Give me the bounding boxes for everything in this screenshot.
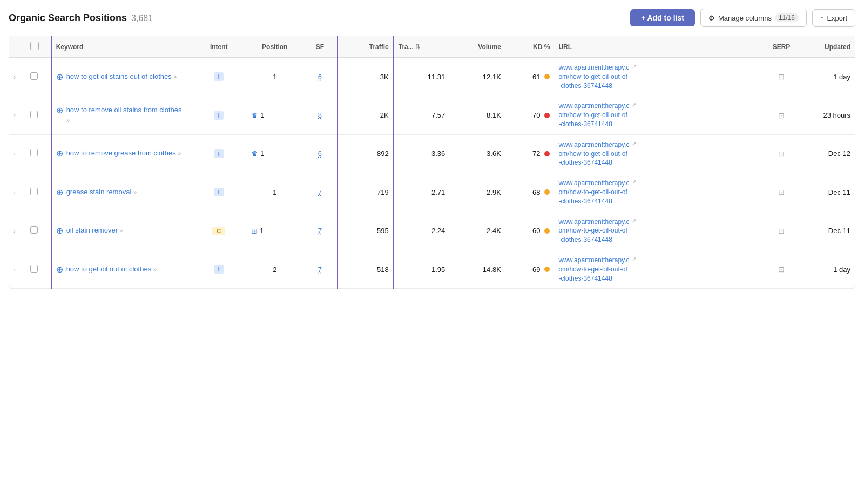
th-volume[interactable]: Volume — [449, 36, 505, 58]
sf-cell[interactable]: 6 — [303, 58, 338, 96]
th-serp[interactable]: SERP — [764, 36, 799, 58]
th-checkbox[interactable] — [26, 36, 51, 58]
checkbox-cell[interactable] — [26, 212, 51, 250]
checkbox-cell[interactable] — [26, 173, 51, 212]
url-cell[interactable]: www.apartmenttherapy.com/how-to-get-oil-… — [554, 212, 764, 250]
url-cell[interactable]: www.apartmenttherapy.com/how-to-get-oil-… — [554, 58, 764, 96]
external-link-icon[interactable]: ↗ — [632, 256, 637, 263]
expand-icon[interactable]: › — [14, 150, 16, 158]
th-traffic[interactable]: Traffic — [338, 36, 394, 58]
keyword-cell[interactable]: ⊕ how to get oil out of clothes » — [51, 250, 191, 288]
serp-cell[interactable]: ⊡ — [764, 134, 799, 173]
expand-btn-cell[interactable]: › — [9, 212, 26, 250]
expand-icon[interactable]: › — [14, 227, 16, 235]
serp-cell[interactable]: ⊡ — [764, 58, 799, 96]
add-to-list-button[interactable]: + Add to list — [630, 9, 695, 26]
url-cell[interactable]: www.apartmenttherapy.com/how-to-get-oil-… — [554, 173, 764, 212]
export-button[interactable]: ↑ Export — [812, 9, 855, 27]
url-link[interactable]: www.apartmenttherapy.com/how-to-get-oil-… — [558, 217, 629, 244]
th-updated[interactable]: Updated — [799, 36, 855, 58]
expand-btn-cell[interactable]: › — [9, 173, 26, 212]
row-checkbox[interactable] — [30, 188, 38, 195]
url-link[interactable]: www.apartmenttherapy.com/how-to-get-oil-… — [558, 140, 629, 167]
th-kd[interactable]: KD % — [505, 36, 555, 58]
url-link[interactable]: www.apartmenttherapy.com/how-to-get-oil-… — [558, 256, 629, 283]
expand-btn-cell[interactable]: › — [9, 250, 26, 288]
expand-icon[interactable]: › — [14, 73, 16, 81]
plus-icon[interactable]: ⊕ — [56, 105, 63, 115]
serp-icon[interactable]: ⊡ — [778, 227, 785, 235]
checkbox-cell[interactable] — [26, 58, 51, 96]
sf-value[interactable]: 6 — [318, 149, 322, 158]
expand-btn-cell[interactable]: › — [9, 134, 26, 173]
keyword-link[interactable]: ⊕ oil stain remover » — [56, 226, 187, 236]
keyword-link[interactable]: ⊕ how to get oil out of clothes » — [56, 264, 187, 275]
row-checkbox[interactable] — [30, 226, 38, 234]
sf-cell[interactable]: 7 — [303, 173, 338, 212]
expand-icon[interactable]: › — [14, 266, 16, 274]
serp-cell[interactable]: ⊡ — [764, 212, 799, 250]
external-link-icon[interactable]: ↗ — [632, 179, 637, 186]
row-checkbox[interactable] — [30, 72, 38, 80]
th-tra[interactable]: Tra... ⇅ — [394, 36, 450, 58]
keyword-link[interactable]: ⊕ how to remove oil stains from clothes … — [56, 105, 187, 125]
keyword-cell[interactable]: ⊕ how to get oil stains out of clothes » — [51, 58, 191, 96]
sf-value[interactable]: 7 — [318, 188, 322, 196]
serp-icon[interactable]: ⊡ — [778, 149, 785, 158]
plus-icon[interactable]: ⊕ — [56, 148, 63, 159]
expand-btn-cell[interactable]: › — [9, 96, 26, 134]
keyword-link[interactable]: ⊕ how to get oil stains out of clothes » — [56, 72, 187, 82]
external-link-icon[interactable]: ↗ — [632, 140, 637, 147]
keyword-cell[interactable]: ⊕ how to remove grease from clothes » — [51, 134, 191, 173]
sort-icon[interactable]: ⇅ — [415, 43, 420, 50]
serp-icon[interactable]: ⊡ — [778, 188, 785, 196]
th-position[interactable]: Position — [247, 36, 303, 58]
select-all-checkbox[interactable] — [30, 42, 39, 50]
sf-cell[interactable]: 8 — [303, 96, 338, 134]
plus-icon[interactable]: ⊕ — [56, 264, 63, 275]
serp-cell[interactable]: ⊡ — [764, 96, 799, 134]
sf-cell[interactable]: 6 — [303, 134, 338, 173]
sf-value[interactable]: 7 — [318, 265, 322, 274]
external-link-icon[interactable]: ↗ — [632, 101, 637, 108]
checkbox-cell[interactable] — [26, 250, 51, 288]
url-link[interactable]: www.apartmenttherapy.com/how-to-get-oil-… — [558, 101, 629, 128]
serp-icon[interactable]: ⊡ — [778, 72, 785, 81]
url-link[interactable]: www.apartmenttherapy.com/how-to-get-oil-… — [558, 179, 629, 206]
keyword-link[interactable]: ⊕ how to remove grease from clothes » — [56, 148, 187, 159]
expand-icon[interactable]: › — [14, 112, 16, 119]
row-checkbox[interactable] — [30, 265, 38, 273]
sf-value[interactable]: 6 — [318, 73, 322, 81]
checkbox-cell[interactable] — [26, 134, 51, 173]
keyword-link[interactable]: ⊕ grease stain removal » — [56, 187, 187, 197]
row-checkbox[interactable] — [30, 111, 38, 118]
checkbox-cell[interactable] — [26, 96, 51, 134]
row-checkbox[interactable] — [30, 149, 38, 156]
serp-cell[interactable]: ⊡ — [764, 250, 799, 288]
keyword-cell[interactable]: ⊕ how to remove oil stains from clothes … — [51, 96, 191, 134]
plus-icon[interactable]: ⊕ — [56, 187, 63, 197]
th-url[interactable]: URL — [554, 36, 764, 58]
keyword-cell[interactable]: ⊕ oil stain remover » — [51, 212, 191, 250]
keyword-cell[interactable]: ⊕ grease stain removal » — [51, 173, 191, 212]
plus-icon[interactable]: ⊕ — [56, 72, 63, 82]
sf-value[interactable]: 7 — [318, 227, 322, 235]
plus-icon[interactable]: ⊕ — [56, 226, 63, 236]
url-cell[interactable]: www.apartmenttherapy.com/how-to-get-oil-… — [554, 250, 764, 288]
serp-cell[interactable]: ⊡ — [764, 173, 799, 212]
external-link-icon[interactable]: ↗ — [632, 63, 637, 70]
serp-icon[interactable]: ⊡ — [778, 111, 785, 120]
sf-cell[interactable]: 7 — [303, 212, 338, 250]
url-link[interactable]: www.apartmenttherapy.com/how-to-get-oil-… — [558, 63, 629, 90]
url-cell[interactable]: www.apartmenttherapy.com/how-to-get-oil-… — [554, 96, 764, 134]
serp-icon[interactable]: ⊡ — [778, 265, 785, 274]
th-intent[interactable]: Intent — [191, 36, 247, 58]
expand-icon[interactable]: › — [14, 189, 16, 196]
manage-columns-button[interactable]: ⚙ Manage columns 11/16 — [700, 9, 807, 27]
th-keyword[interactable]: Keyword — [51, 36, 191, 58]
expand-btn-cell[interactable]: › — [9, 58, 26, 96]
url-cell[interactable]: www.apartmenttherapy.com/how-to-get-oil-… — [554, 134, 764, 173]
th-sf[interactable]: SF — [303, 36, 338, 58]
sf-cell[interactable]: 7 — [303, 250, 338, 288]
sf-value[interactable]: 8 — [318, 111, 322, 119]
